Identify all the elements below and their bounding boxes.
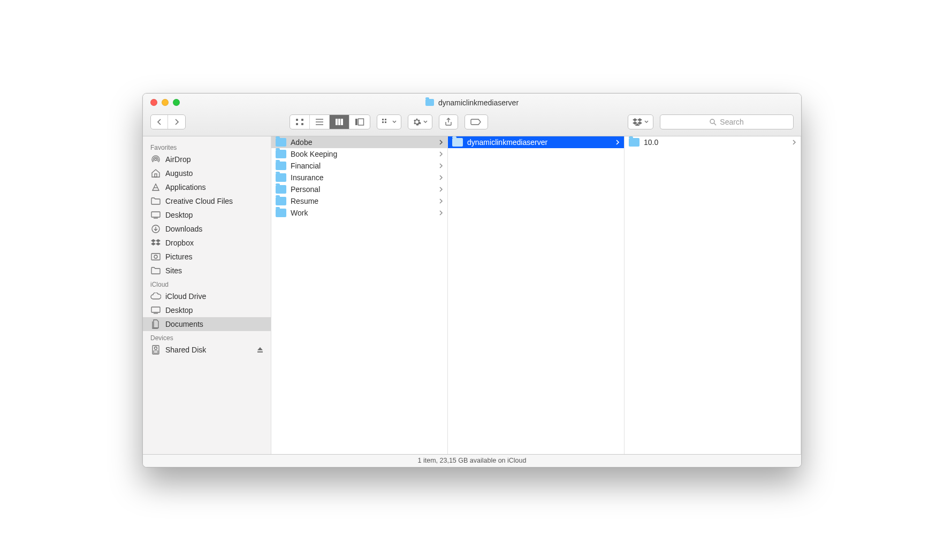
sidebar-item-label: Desktop [165, 306, 193, 314]
folder-icon [276, 162, 286, 170]
sidebar-item-airdrop[interactable]: AirDrop [143, 152, 271, 166]
file-row[interactable]: Resume [271, 195, 447, 207]
sidebar-item-label: Pictures [165, 252, 193, 261]
sidebar-item-label: Creative Cloud Files [165, 197, 233, 205]
file-row[interactable]: Work [271, 207, 447, 219]
chevron-right-icon [616, 140, 620, 145]
zoom-icon[interactable] [173, 99, 180, 106]
svg-rect-21 [151, 212, 160, 217]
sidebar-item-desktop[interactable]: Desktop [143, 303, 271, 317]
disk-icon [150, 345, 161, 355]
file-row[interactable]: Insurance [271, 172, 447, 183]
svg-rect-13 [385, 119, 386, 120]
list-view-button[interactable] [310, 115, 330, 129]
sidebar-item-creative-cloud-files[interactable]: Creative Cloud Files [143, 194, 271, 208]
folder-icon [425, 99, 434, 106]
search-field[interactable]: Search [660, 114, 794, 129]
share-button[interactable] [439, 114, 458, 129]
eject-icon[interactable] [257, 347, 263, 353]
file-row[interactable]: dynamiclinkmediaserver [448, 136, 624, 148]
sidebar-item-label: Augusto [165, 169, 193, 178]
folder-icon [150, 266, 161, 275]
svg-rect-30 [154, 351, 158, 353]
folder-icon [276, 185, 286, 194]
sidebar-item-documents[interactable]: Documents [143, 317, 271, 331]
folder-icon [452, 138, 463, 147]
file-label: Financial [291, 162, 321, 170]
svg-rect-31 [257, 351, 263, 352]
icloud-icon [150, 291, 161, 301]
toolbar: Search [143, 109, 801, 136]
sidebar-item-icloud-drive[interactable]: iCloud Drive [143, 289, 271, 303]
dropbox-icon [150, 238, 161, 248]
chevron-right-icon [439, 140, 443, 145]
dropbox-button[interactable] [628, 114, 653, 129]
file-label: Work [291, 209, 308, 217]
file-row[interactable]: Financial [271, 160, 447, 172]
sidebar-item-dropbox[interactable]: Dropbox [143, 236, 271, 250]
titlebar: dynamiclinkmediaserver [143, 94, 801, 136]
column-0[interactable]: AdobeBook KeepingFinancialInsurancePerso… [271, 136, 448, 454]
app-icon [150, 182, 161, 192]
svg-rect-3 [301, 123, 303, 125]
back-button[interactable] [151, 115, 168, 129]
svg-rect-12 [382, 119, 384, 120]
chevron-right-icon [439, 210, 443, 216]
forward-button[interactable] [168, 115, 185, 129]
svg-rect-26 [151, 307, 160, 312]
file-row[interactable]: 10.0 [625, 136, 801, 148]
sidebar-item-applications[interactable]: Applications [143, 180, 271, 194]
action-button[interactable] [408, 114, 432, 129]
close-icon[interactable] [150, 99, 157, 106]
arrange-button[interactable] [377, 114, 401, 129]
column-1[interactable]: dynamiclinkmediaserver [448, 136, 625, 454]
sidebar-item-label: Shared Disk [165, 346, 206, 354]
file-label: Personal [291, 185, 320, 194]
window-title: dynamiclinkmediaserver [425, 98, 519, 107]
sidebar-item-downloads[interactable]: Downloads [143, 222, 271, 236]
file-label: 10.0 [644, 138, 658, 147]
icon-view-button[interactable] [290, 115, 310, 129]
file-row[interactable]: Adobe [271, 136, 447, 148]
chevron-right-icon [439, 187, 443, 192]
sidebar-item-desktop[interactable]: Desktop [143, 208, 271, 222]
chevron-right-icon [439, 151, 443, 157]
sidebar-group-title: Favorites [143, 141, 271, 152]
sidebar-item-augusto[interactable]: Augusto [143, 166, 271, 180]
file-row[interactable]: Personal [271, 183, 447, 195]
svg-line-17 [714, 123, 716, 125]
finder-body: FavoritesAirDropAugustoApplicationsCreat… [143, 136, 801, 454]
sidebar-item-label: Dropbox [165, 239, 194, 247]
folder-icon [629, 138, 640, 147]
minimize-icon[interactable] [162, 99, 169, 106]
documents-icon [150, 319, 161, 329]
svg-point-18 [155, 158, 157, 160]
svg-rect-1 [301, 119, 303, 121]
svg-rect-24 [151, 254, 160, 260]
folder-icon [276, 138, 286, 147]
title-row: dynamiclinkmediaserver [143, 94, 801, 109]
sidebar-group-title: iCloud [143, 278, 271, 289]
finder-window: dynamiclinkmediaserver [142, 93, 802, 467]
folder-icon [276, 150, 286, 158]
file-row[interactable]: Book Keeping [271, 148, 447, 160]
sidebar-item-pictures[interactable]: Pictures [143, 250, 271, 264]
downloads-icon [150, 224, 161, 234]
traffic-lights [150, 99, 180, 106]
svg-point-16 [710, 119, 714, 124]
svg-rect-11 [358, 119, 363, 125]
column-view-button[interactable] [330, 115, 349, 129]
chevron-right-icon [439, 163, 443, 168]
home-icon [150, 168, 161, 178]
file-label: Resume [291, 197, 318, 205]
desktop-icon [150, 210, 161, 220]
svg-rect-19 [155, 174, 157, 177]
chevron-right-icon [439, 175, 443, 180]
tags-button[interactable] [465, 114, 488, 129]
column-2[interactable]: 10.0 [625, 136, 801, 454]
search-placeholder: Search [720, 118, 743, 126]
sidebar-item-shared-disk[interactable]: Shared Disk [143, 343, 271, 357]
gallery-view-button[interactable] [349, 115, 370, 129]
sidebar-item-label: Sites [165, 266, 182, 275]
sidebar-item-sites[interactable]: Sites [143, 264, 271, 278]
